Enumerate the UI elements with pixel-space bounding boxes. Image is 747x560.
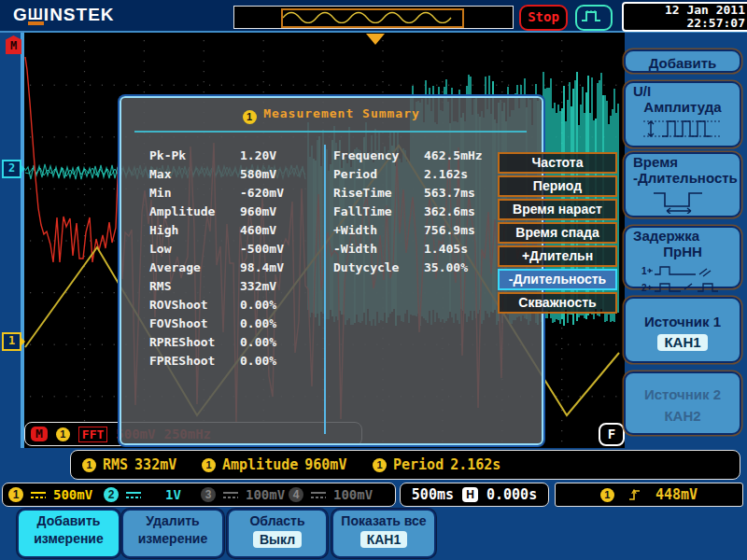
source1-badge: 1 xyxy=(243,110,257,124)
menu-item-period[interactable]: Период xyxy=(498,175,617,197)
trigger-source-badge: 1 xyxy=(600,488,614,502)
meas-label: Frequency xyxy=(333,147,424,165)
logo-g: G xyxy=(13,5,28,24)
dialog-right-column: Frequency462.5mHz Period2.162s RiseTime5… xyxy=(333,147,483,277)
ch1-status[interactable]: 1 500mV xyxy=(8,487,92,502)
meas-row: RPREShoot0.00% xyxy=(149,333,284,352)
button-label: Задержка xyxy=(626,228,740,244)
meas-value: 2.162s xyxy=(424,167,468,181)
source1-badge: 1 xyxy=(373,458,387,472)
datetime-display: 12 Jan 2011 22:57:07 xyxy=(622,2,747,32)
result-value: 332mV xyxy=(134,456,176,473)
dialog-left-column: Pk-Pk1.20V Max580mV Min-620mV Amplitude9… xyxy=(149,147,284,371)
timebase-scale: 500ms xyxy=(412,486,454,503)
button-label: измерение xyxy=(123,530,222,548)
button-label: измерение xyxy=(19,530,119,548)
meas-value: 35.00% xyxy=(424,260,468,274)
trigger-position-marker[interactable] xyxy=(366,34,385,45)
ch2-status[interactable]: 2 1V xyxy=(104,487,181,502)
dialog-divider-horizontal xyxy=(134,131,527,133)
menu-item-neg-width[interactable]: -Длительность xyxy=(498,269,617,290)
button-label: -Длительность xyxy=(626,170,740,186)
meas-row: Average98.4mV xyxy=(149,259,284,277)
meas-row: Low-500mV xyxy=(149,240,284,259)
ch2-badge: 2 xyxy=(104,487,119,502)
meas-value: 756.9ms xyxy=(424,223,475,237)
ch4-scale: 100mV xyxy=(333,487,373,502)
meas-label: Low xyxy=(149,240,240,259)
source1-button[interactable]: Источник 1 КАН1 xyxy=(624,297,741,363)
meas-label: Amplitude xyxy=(149,203,240,221)
meas-value: 332mV xyxy=(240,279,276,293)
math-position-marker[interactable]: M xyxy=(6,35,21,54)
acquisition-preview xyxy=(233,6,514,29)
voltage-amplitude-button[interactable]: U/I Амплитуда xyxy=(624,81,741,147)
date-text: 12 Jan 2011 xyxy=(627,4,745,17)
show-all-button[interactable]: Показать все КАН1 xyxy=(331,509,436,558)
horizontal-offset: 0.000s xyxy=(486,486,537,503)
dialog-title: 1Measurement Summary xyxy=(121,106,542,124)
ch4-status[interactable]: 4 100mV xyxy=(289,487,373,502)
fft-badge: FFT xyxy=(78,427,107,442)
top-status-bar: GШINSTEK Stop 12 Jan 2011 22:57:07 xyxy=(0,0,747,33)
gating-value: Выкл xyxy=(253,531,302,548)
result-rms: 1 RMS 332mV xyxy=(82,456,176,473)
meas-value: 563.7ms xyxy=(424,186,475,200)
ch3-scale: 100mV xyxy=(246,487,285,502)
add-button[interactable]: Добавить xyxy=(624,49,741,73)
source1-badge: 1 xyxy=(82,458,96,472)
channel-status-bar: 1 500mV 2 1V 3 100mV 4 100mV xyxy=(2,483,396,507)
meas-value: 98.4mV xyxy=(240,260,284,274)
meas-label: Average xyxy=(149,259,240,277)
trigger-status[interactable]: 1 448mV xyxy=(555,483,743,507)
meas-label: High xyxy=(149,221,240,240)
result-amplitude: 1 Amplitude 960mV xyxy=(202,456,346,473)
menu-item-pos-width[interactable]: +Длительн xyxy=(498,245,617,267)
meas-value: 0.00% xyxy=(240,298,276,312)
meas-row: Dutycycle35.00% xyxy=(333,259,483,277)
source2-button[interactable]: Источник 2 КАН2 xyxy=(624,371,741,435)
measurement-type-menu: Частота Период Время нараст Время спада … xyxy=(498,152,617,315)
meas-row: Period2.162s xyxy=(333,165,483,184)
button-label: Добавить xyxy=(19,512,119,530)
meas-label: RMS xyxy=(149,277,240,296)
button-label: Удалить xyxy=(123,512,222,530)
add-measurement-button[interactable]: Добавить измерение xyxy=(17,509,120,558)
dialog-divider-vertical xyxy=(324,145,326,434)
menu-item-dutycycle[interactable]: Скважность xyxy=(498,292,617,314)
button-label: ПрНН xyxy=(626,244,740,259)
time-text: 22:57:07 xyxy=(627,17,745,30)
source2-value: КАН2 xyxy=(657,408,707,425)
ch1-ground-marker[interactable]: 1 xyxy=(2,332,21,351)
delay-button[interactable]: Задержка ПрНН 1 2 xyxy=(624,226,741,288)
meas-value: 462.5mHz xyxy=(424,148,483,162)
menu-item-frequency[interactable]: Частота xyxy=(498,152,617,174)
meas-value: 1.405s xyxy=(424,242,468,256)
rising-edge-icon xyxy=(627,487,642,502)
meas-value: 0.00% xyxy=(240,354,276,368)
menu-item-falltime[interactable]: Время спада xyxy=(498,222,617,244)
trigger-mode-pulse-icon xyxy=(575,5,613,31)
ch1-badge: 1 xyxy=(8,487,23,502)
timebase-status[interactable]: 500ms H 0.000s xyxy=(400,483,549,507)
ch2-scale: 1V xyxy=(165,487,181,502)
time-neg-width-button[interactable]: Время -Длительность xyxy=(624,152,741,217)
result-label: Period xyxy=(393,456,444,473)
menu-item-risetime[interactable]: Время нараст xyxy=(498,199,617,220)
ch2-ground-marker[interactable]: 2 xyxy=(2,160,21,178)
meas-row: +Width756.9ms xyxy=(333,221,483,240)
logo-sha: Ш xyxy=(28,7,44,25)
button-label: Область xyxy=(229,512,326,530)
measurement-summary-dialog: 1Measurement Summary Pk-Pk1.20V Max580mV… xyxy=(120,96,543,445)
svg-text:1: 1 xyxy=(641,266,647,276)
meas-label: Max xyxy=(149,165,240,184)
meas-value: -500mV xyxy=(240,242,284,256)
gating-button[interactable]: Область Выкл xyxy=(227,509,328,558)
ch4-badge: 4 xyxy=(289,487,303,502)
meas-value: 0.00% xyxy=(240,316,276,330)
ch3-status[interactable]: 3 100mV xyxy=(201,487,285,502)
preview-window[interactable] xyxy=(281,8,464,28)
meas-row: Amplitude960mV xyxy=(149,203,284,221)
meas-row: FOVShoot0.00% xyxy=(149,315,284,333)
remove-measurement-button[interactable]: Удалить измерение xyxy=(121,509,224,558)
